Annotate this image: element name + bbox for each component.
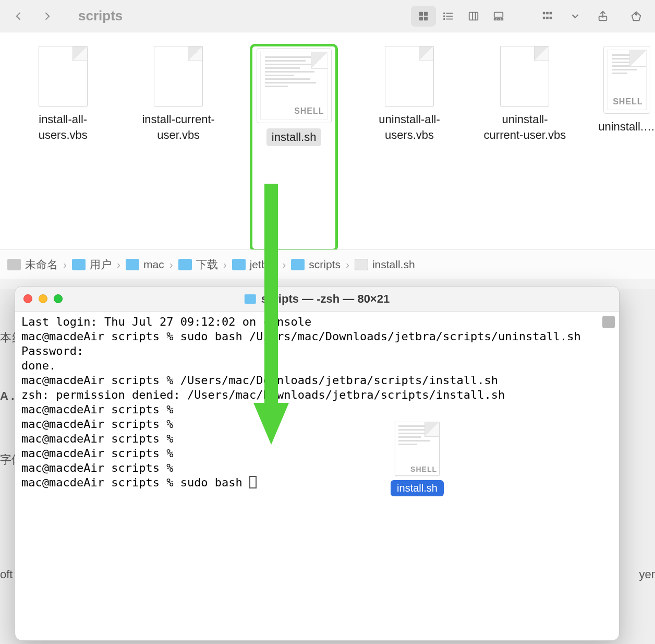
gallery-view-button[interactable] <box>486 6 511 27</box>
zoom-window-button[interactable] <box>54 294 63 303</box>
cursor <box>249 476 257 488</box>
close-window-button[interactable] <box>23 294 32 303</box>
dragged-file[interactable]: SHELL install.sh <box>386 422 448 496</box>
file-label: install-current-user.vbs <box>136 112 220 142</box>
document-icon <box>154 46 203 106</box>
path-crumb[interactable]: 未命名 <box>7 257 58 272</box>
file-label: install.sh <box>266 128 322 146</box>
folder-icon <box>245 294 256 304</box>
toolbar-right-group <box>527 6 649 27</box>
svg-point-24 <box>636 13 637 15</box>
back-button[interactable] <box>6 6 31 27</box>
dragged-file-label: install.sh <box>391 480 444 496</box>
document-preview-icon: SHELL <box>603 46 650 114</box>
terminal-titlebar[interactable]: scripts — -zsh — 80×21 <box>15 287 619 312</box>
terminal-line: mac@macdeAir scripts % <box>21 418 173 431</box>
list-view-button[interactable] <box>436 6 461 27</box>
path-crumb[interactable]: scripts <box>291 258 341 271</box>
file-label: uninstall-all-users.vbs <box>367 112 451 142</box>
svg-rect-22 <box>550 16 552 19</box>
finder-path-bar[interactable]: 未命名› 用户› mac› 下载› jetbra› scripts› insta… <box>0 249 655 279</box>
document-icon <box>500 46 549 106</box>
svg-rect-16 <box>501 18 503 20</box>
terminal-title: scripts — -zsh — 80×21 <box>245 292 390 306</box>
svg-rect-19 <box>550 11 552 14</box>
svg-rect-18 <box>546 11 549 14</box>
forward-button[interactable] <box>34 6 59 27</box>
terminal-line: mac@macdeAir scripts % <box>21 403 173 416</box>
path-crumb[interactable]: mac <box>126 258 164 271</box>
finder-title: scripts <box>78 8 123 24</box>
folder-icon <box>291 259 305 270</box>
terminal-line: Password: <box>21 344 83 357</box>
column-view-button[interactable] <box>461 6 486 27</box>
svg-rect-10 <box>469 12 478 20</box>
path-crumb[interactable]: jetbra <box>232 258 277 271</box>
file-item[interactable]: SHELL uninstall.… <box>598 46 655 249</box>
terminal-line: mac@macdeAir scripts % sudo bash <box>21 476 249 489</box>
document-icon <box>385 46 434 106</box>
finder-file-grid[interactable]: install-all-users.vbs install-current-us… <box>0 32 655 249</box>
shell-badge: SHELL <box>613 97 642 106</box>
terminal-line: mac@macdeAir scripts % <box>21 432 173 445</box>
file-icon <box>355 259 368 270</box>
svg-point-9 <box>444 18 445 19</box>
window-controls <box>23 294 63 303</box>
finder-window: scripts <box>0 0 655 279</box>
file-item[interactable]: uninstall-all-users.vbs <box>367 46 451 249</box>
icon-view-button[interactable] <box>411 6 436 27</box>
svg-point-7 <box>444 13 445 14</box>
svg-rect-13 <box>494 12 503 17</box>
path-crumb[interactable]: install.sh <box>355 258 415 271</box>
group-by-button[interactable] <box>535 6 560 27</box>
svg-rect-15 <box>498 18 500 20</box>
share-button[interactable] <box>590 6 615 27</box>
terminal-line: mac@macdeAir scripts % <box>21 461 173 474</box>
disk-icon <box>7 259 21 270</box>
shell-badge: SHELL <box>294 106 324 116</box>
svg-rect-0 <box>419 11 423 15</box>
svg-rect-20 <box>543 16 545 19</box>
folder-icon <box>126 259 139 270</box>
file-label: install-all-users.vbs <box>21 112 105 142</box>
finder-toolbar: scripts <box>0 0 655 32</box>
document-icon: SHELL <box>395 422 440 476</box>
terminal-line: mac@macdeAir scripts % <box>21 447 173 460</box>
view-mode-group <box>411 6 511 27</box>
path-crumb[interactable]: 下载 <box>178 257 218 272</box>
svg-rect-14 <box>494 18 496 20</box>
svg-rect-3 <box>424 16 428 20</box>
background-text: A . <box>0 389 14 403</box>
path-crumb[interactable]: 用户 <box>72 257 112 272</box>
background-text: oft <box>0 568 13 581</box>
folder-icon <box>178 259 192 270</box>
terminal-line: zsh: permission denied: /Users/mac/Downl… <box>21 388 505 401</box>
document-preview-icon: SHELL <box>257 48 332 123</box>
terminal-output[interactable]: Last login: Thu Jul 27 09:12:02 on conso… <box>19 312 598 636</box>
terminal-line: done. <box>21 359 56 372</box>
document-icon <box>39 46 88 106</box>
shell-badge: SHELL <box>410 465 437 473</box>
file-item[interactable]: install-current-user.vbs <box>136 46 220 249</box>
folder-icon <box>232 259 246 270</box>
minimize-window-button[interactable] <box>39 294 47 303</box>
svg-rect-21 <box>546 16 549 19</box>
terminal-line: Last login: Thu Jul 27 09:12:02 on conso… <box>21 315 311 328</box>
file-item-selected[interactable]: SHELL install.sh <box>252 46 336 249</box>
scrollbar-thumb[interactable] <box>602 316 615 328</box>
terminal-line: mac@macdeAir scripts % /Users/mac/Downlo… <box>21 374 498 387</box>
terminal-window[interactable]: scripts — -zsh — 80×21 Last login: Thu J… <box>15 286 620 641</box>
svg-rect-1 <box>424 11 428 15</box>
svg-point-8 <box>444 16 445 17</box>
terminal-line: mac@macdeAir scripts % sudo bash /Users/… <box>21 330 581 343</box>
svg-rect-17 <box>543 11 545 14</box>
background-text: yer <box>639 568 655 581</box>
folder-icon <box>72 259 86 270</box>
tags-button[interactable] <box>624 6 649 27</box>
file-item[interactable]: install-all-users.vbs <box>21 46 105 249</box>
file-label: uninstall-current-user.vbs <box>483 112 567 142</box>
svg-rect-2 <box>419 16 423 20</box>
file-item[interactable]: uninstall-current-user.vbs <box>483 46 567 249</box>
file-label: uninstall.… <box>598 119 655 135</box>
group-by-chevron-icon[interactable] <box>568 6 582 27</box>
